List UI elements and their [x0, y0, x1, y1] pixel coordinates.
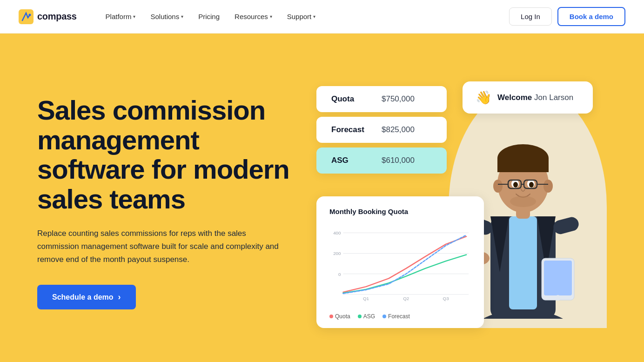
support-chevron-icon: ▾: [313, 14, 315, 19]
chart-legend: Quota ASG Forecast: [329, 313, 471, 320]
schedule-demo-button[interactable]: Schedule a demo ›: [37, 285, 136, 309]
book-demo-button[interactable]: Book a demo: [557, 7, 625, 26]
svg-text:Q1: Q1: [363, 296, 369, 301]
chart-card: Monthly Booking Quota 400 200 0 Q1 Q2 Q3: [316, 196, 484, 328]
forecast-value: $825,000: [382, 125, 415, 134]
asg-legend-label: ASG: [363, 313, 375, 320]
quota-value: $750,000: [382, 94, 415, 104]
navbar: compass Platform ▾ Solutions ▾ Pricing R…: [0, 0, 644, 34]
svg-text:0: 0: [338, 272, 341, 277]
nav-resources[interactable]: Resources ▾: [228, 9, 279, 24]
welcome-bubble: 👋 Welcome Jon Larson: [463, 81, 593, 114]
nav-pricing[interactable]: Pricing: [192, 9, 226, 24]
legend-forecast: Forecast: [382, 313, 410, 320]
svg-text:Q2: Q2: [403, 296, 409, 301]
hero-title: Sales commission management software for…: [37, 95, 298, 214]
nav-actions: Log In Book a demo: [509, 7, 625, 26]
svg-point-22: [543, 180, 553, 193]
nav-solutions[interactable]: Solutions ▾: [144, 9, 190, 24]
logo-text: compass: [37, 11, 77, 22]
svg-text:200: 200: [333, 251, 341, 256]
hero-right-content: 👋 Welcome Jon Larson Quota $750,000 Fore…: [316, 77, 607, 328]
login-button[interactable]: Log In: [509, 7, 552, 26]
svg-rect-20: [497, 158, 549, 172]
hero-subtitle: Replace counting sales commissions for r…: [37, 227, 279, 266]
forecast-legend-label: Forecast: [388, 313, 410, 320]
hero-left-content: Sales commission management software for…: [37, 95, 316, 309]
legend-asg: ASG: [358, 313, 375, 320]
logo-link[interactable]: compass: [19, 9, 77, 24]
quota-label: Quota: [331, 94, 369, 104]
svg-rect-14: [509, 216, 537, 309]
svg-text:Q3: Q3: [443, 296, 449, 301]
booking-quota-chart: 400 200 0 Q1 Q2 Q3: [329, 223, 471, 307]
forecast-dot: [382, 315, 386, 318]
welcome-name: Jon Larson: [534, 93, 573, 102]
forecast-card: Forecast $825,000: [316, 117, 447, 143]
arrow-right-icon: ›: [118, 292, 121, 302]
chart-title: Monthly Booking Quota: [329, 208, 471, 215]
asg-dot: [358, 315, 362, 318]
asg-card: ASG $610,000: [316, 147, 447, 174]
wave-emoji-icon: 👋: [476, 90, 492, 105]
welcome-text: Welcome Jon Larson: [497, 93, 573, 102]
asg-label: ASG: [331, 156, 369, 165]
legend-quota: Quota: [329, 313, 350, 320]
svg-point-21: [493, 180, 503, 193]
forecast-label: Forecast: [331, 125, 369, 134]
solutions-chevron-icon: ▾: [181, 14, 183, 19]
platform-chevron-icon: ▾: [133, 14, 135, 19]
svg-point-26: [529, 182, 534, 188]
svg-point-32: [510, 196, 536, 207]
svg-text:400: 400: [333, 230, 341, 235]
welcome-prefix: Welcome: [497, 93, 532, 102]
quota-card: Quota $750,000: [316, 86, 447, 112]
nav-platform[interactable]: Platform ▾: [99, 9, 142, 24]
compass-logo-icon: [19, 9, 34, 24]
svg-point-1: [29, 13, 31, 16]
svg-rect-36: [544, 261, 572, 295]
hero-section: Sales commission management software for…: [0, 34, 644, 362]
quota-legend-label: Quota: [335, 313, 350, 320]
quota-dot: [329, 315, 333, 318]
nav-support[interactable]: Support ▾: [281, 9, 322, 24]
resources-chevron-icon: ▾: [270, 14, 272, 19]
svg-point-25: [513, 182, 518, 188]
metrics-panel: Quota $750,000 Forecast $825,000 ASG $61…: [316, 86, 447, 174]
svg-rect-34: [552, 215, 580, 235]
svg-point-37: [555, 295, 561, 301]
svg-rect-0: [19, 9, 34, 24]
nav-links: Platform ▾ Solutions ▾ Pricing Resources…: [99, 9, 509, 24]
asg-value: $610,000: [382, 156, 415, 165]
